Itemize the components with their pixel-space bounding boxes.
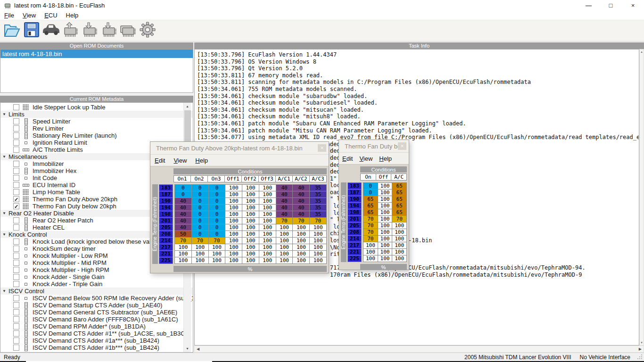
table-cell[interactable]: 40	[293, 198, 309, 204]
table-cell[interactable]: 100	[392, 222, 406, 229]
row-header-cell[interactable]: 225	[348, 255, 361, 262]
menu-help[interactable]: Help	[62, 10, 83, 20]
table-cell[interactable]: 100	[242, 205, 259, 211]
table-cell[interactable]: 100	[242, 198, 259, 204]
table-cell[interactable]: 100	[242, 218, 259, 224]
maximize-button[interactable]: □	[600, 0, 622, 10]
table-cell[interactable]: 100	[259, 185, 276, 191]
table-cell[interactable]: 70	[363, 222, 378, 229]
menu-ecu[interactable]: ECU	[40, 10, 61, 20]
column-header[interactable]: Off3	[259, 176, 275, 182]
table-cell[interactable]: 100	[259, 244, 276, 250]
table-cell[interactable]: 65	[363, 203, 378, 209]
table-cell[interactable]: 100	[378, 216, 392, 222]
tree-item[interactable]: Idle Stepper Look up Table	[0, 104, 193, 111]
tree-item-checkbox[interactable]	[13, 302, 19, 308]
minimize-button[interactable]: —	[578, 0, 600, 10]
tree-item-checkbox[interactable]	[13, 189, 19, 195]
open-rom-documents-list[interactable]: latest rom 4-18-18.bin	[0, 49, 193, 93]
row-header-cell[interactable]: 214	[348, 236, 361, 242]
row-header-cell[interactable]: 208	[348, 229, 361, 235]
table-cell[interactable]: 100	[259, 211, 276, 217]
scroll-up-icon[interactable]: ▲	[184, 103, 191, 110]
table-cell[interactable]: 100	[242, 191, 259, 197]
table-cell[interactable]: 40	[175, 205, 191, 211]
read-from-ecu-button[interactable]	[60, 21, 80, 41]
table-cell[interactable]: 100	[276, 244, 293, 250]
resize-grip-icon[interactable]	[637, 354, 643, 360]
table-cell[interactable]: 0	[192, 205, 208, 211]
table-window-titlebar[interactable]: Thermo Fan Duty bel...×	[339, 140, 409, 153]
row-header-cell[interactable]: 194	[159, 205, 173, 211]
table-cell[interactable]: 100	[293, 244, 309, 250]
tree-item-checkbox[interactable]	[13, 161, 19, 167]
tree-item[interactable]: ISCV Demand Below 500 RPM Idle Recovery …	[0, 295, 193, 302]
menu-view[interactable]: View	[356, 155, 376, 162]
table-cell[interactable]: 100	[378, 209, 392, 215]
collapse-arrow-icon[interactable]: ▼	[0, 232, 8, 237]
table-cell[interactable]: 65	[363, 196, 378, 202]
table-cell[interactable]: 70	[175, 238, 191, 244]
close-button[interactable]: ×	[622, 0, 644, 10]
table-cell[interactable]: 100	[293, 238, 309, 244]
column-header[interactable]: Off	[376, 174, 391, 180]
table-cell[interactable]: 70	[363, 229, 378, 235]
table-cell[interactable]: 100	[363, 255, 378, 262]
table-cell[interactable]: 100	[259, 218, 276, 224]
table-cell[interactable]: 40	[276, 211, 293, 217]
test-write-button[interactable]	[118, 21, 138, 41]
table-cell[interactable]: 0	[192, 218, 208, 224]
table-cell[interactable]: 100	[209, 251, 225, 257]
tree-item-checkbox[interactable]	[13, 125, 19, 132]
table-cell[interactable]: 0	[209, 185, 225, 191]
table-cell[interactable]: 35	[310, 185, 326, 191]
table-cell[interactable]: 100	[363, 242, 378, 248]
table-cell[interactable]: 100	[276, 224, 293, 230]
tree-group-iscv-control[interactable]: ▼ISCV Control	[0, 288, 193, 295]
table-cell[interactable]: 100	[378, 203, 392, 209]
write-to-ecu-button[interactable]	[80, 21, 99, 41]
table-cell[interactable]: 100	[242, 257, 259, 263]
tree-item[interactable]: ISCV Demand Startup CTS Adder (sub_1AE40…	[0, 302, 193, 309]
table-cell[interactable]: 100	[310, 257, 326, 263]
row-header-cell[interactable]: 217	[348, 242, 361, 248]
table-cell[interactable]: 65	[392, 189, 406, 196]
table-cell[interactable]: 100	[293, 224, 309, 230]
row-header-cell[interactable]: 183	[159, 185, 173, 191]
column-header[interactable]: Off1	[225, 176, 241, 182]
menu-view[interactable]: View	[169, 157, 191, 164]
row-header-cell[interactable]: 198	[348, 209, 361, 215]
column-header[interactable]: A/C2	[293, 176, 309, 182]
table-cell[interactable]: 100	[242, 244, 259, 250]
tree-item-checkbox[interactable]	[13, 253, 19, 259]
row-header-cell[interactable]: 221	[159, 251, 173, 257]
table-cell[interactable]: 100	[276, 257, 293, 263]
tree-item-checkbox[interactable]	[13, 104, 19, 110]
scroll-down-icon[interactable]: ▼	[184, 345, 191, 352]
table-cell[interactable]: 50	[175, 231, 191, 237]
table-cell[interactable]: 0	[192, 211, 208, 217]
table-cell[interactable]: 100	[378, 242, 392, 248]
table-cell[interactable]: 35	[310, 191, 326, 197]
table-cell[interactable]: 100	[293, 251, 309, 257]
close-icon[interactable]: ×	[318, 144, 326, 152]
tree-item-checkbox[interactable]: ✓	[13, 203, 19, 209]
table-cell[interactable]: 100	[378, 183, 392, 189]
table-cell[interactable]: 100	[392, 242, 406, 248]
panel-splitter[interactable]: ······	[0, 92, 193, 96]
table-cell[interactable]: 100	[242, 238, 259, 244]
table-cell[interactable]: 40	[293, 191, 309, 197]
tree-item[interactable]: ISCV Demand General CTS Subtractor (sub_…	[0, 309, 193, 316]
table-cell[interactable]: 0	[363, 183, 378, 189]
table-cell[interactable]: 65	[392, 203, 406, 209]
row-header-cell[interactable]: 190	[348, 196, 361, 202]
settings-gear-button[interactable]	[138, 21, 157, 41]
rom-document-item[interactable]: latest rom 4-18-18.bin	[0, 49, 193, 58]
menu-help[interactable]: Help	[191, 157, 212, 164]
table-cell[interactable]: 65	[392, 183, 406, 189]
menu-help[interactable]: Help	[376, 155, 395, 162]
tree-item-checkbox[interactable]	[13, 260, 19, 266]
table-cell[interactable]: 0	[192, 231, 208, 237]
tree-item-checkbox[interactable]	[13, 316, 19, 322]
column-header[interactable]: A/C3	[310, 176, 326, 182]
